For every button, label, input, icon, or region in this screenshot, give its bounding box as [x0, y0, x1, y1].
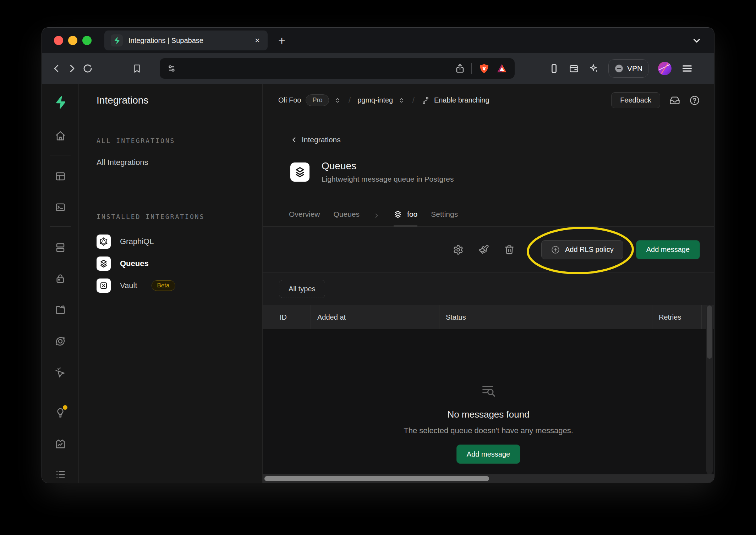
browser-tab-strip: Integrations | Supabase × +: [42, 28, 714, 53]
advisors-notification-dot: [63, 405, 67, 410]
browser-toolbar: VPN: [42, 53, 714, 84]
tab-overview[interactable]: Overview: [289, 210, 320, 226]
logs-list-icon[interactable]: [55, 469, 66, 480]
enable-branching-button[interactable]: Enable branching: [421, 96, 489, 105]
integration-label: Vault: [120, 281, 137, 290]
add-message-button[interactable]: Add message: [636, 240, 700, 259]
sidebar-item-vault[interactable]: Vault Beta: [97, 276, 245, 295]
supabase-logo-icon[interactable]: [54, 95, 67, 109]
back-to-integrations-link[interactable]: Integrations: [290, 136, 714, 144]
tab-queues[interactable]: Queues: [334, 210, 360, 226]
settings-gear-icon[interactable]: [453, 244, 464, 255]
edge-functions-icon[interactable]: [55, 336, 66, 347]
vpn-button[interactable]: VPN: [608, 59, 648, 78]
sql-editor-icon[interactable]: [55, 202, 66, 213]
back-link-label: Integrations: [302, 136, 341, 144]
empty-state-subtitle: The selected queue doesn't have any mess…: [404, 426, 573, 435]
integration-label: Queues: [120, 259, 149, 268]
project-name[interactable]: pgmq-integ: [357, 96, 393, 104]
reports-chart-icon[interactable]: [55, 438, 66, 449]
auth-lock-icon[interactable]: [55, 273, 66, 284]
plan-badge: Pro: [306, 94, 329, 106]
bookmark-icon[interactable]: [132, 64, 142, 73]
table-header: ID Added at Status Retries: [263, 305, 714, 330]
realtime-cursor-icon[interactable]: [55, 366, 66, 378]
share-icon[interactable]: [455, 64, 465, 73]
close-window-button[interactable]: [54, 36, 63, 45]
maximize-window-button[interactable]: [82, 36, 92, 45]
tab-close-icon[interactable]: ×: [253, 35, 261, 46]
back-icon[interactable]: [51, 63, 62, 74]
tab-foo[interactable]: foo: [394, 210, 417, 226]
advisors-lightbulb-icon[interactable]: [55, 407, 66, 418]
database-icon[interactable]: [55, 242, 66, 253]
brave-rewards-icon[interactable]: [496, 63, 508, 74]
vertical-scrollbar-thumb[interactable]: [707, 305, 712, 359]
queues-icon-large: [290, 162, 309, 182]
queues-content: Integrations Queues Lightweight message …: [263, 117, 714, 483]
integrations-panel-header: Integrations: [79, 84, 262, 117]
queues-icon: [97, 257, 111, 271]
sidebar-item-graphiql[interactable]: GraphiQL: [97, 232, 245, 251]
help-icon[interactable]: [689, 95, 700, 106]
sidebar-item-queues[interactable]: Queues: [97, 254, 245, 273]
rail-divider: [50, 226, 71, 227]
project-header: Oli Foo Pro / pgmq-integ / Enable branch…: [263, 84, 714, 117]
org-switcher-icon[interactable]: [334, 96, 341, 104]
column-header-retries[interactable]: Retries: [652, 305, 702, 329]
empty-add-message-button[interactable]: Add message: [456, 445, 520, 464]
tab-title: Integrations | Supabase: [128, 37, 248, 45]
vertical-scrollbar[interactable]: [706, 305, 713, 474]
storage-icon[interactable]: [55, 304, 66, 315]
feedback-button[interactable]: Feedback: [611, 92, 660, 108]
tab-search-chevron-icon[interactable]: [691, 35, 702, 46]
all-types-filter-button[interactable]: All types: [279, 280, 325, 298]
plus-circle-icon: [551, 245, 560, 254]
table-editor-icon[interactable]: [55, 171, 66, 182]
minimize-window-button[interactable]: [68, 36, 77, 45]
horizontal-scrollbar[interactable]: [263, 474, 714, 483]
forward-icon[interactable]: [67, 63, 77, 74]
tab-settings[interactable]: Settings: [431, 210, 458, 226]
page-title: Queues: [322, 160, 454, 172]
supabase-studio: Integrations ALL INTEGRATIONS All Integr…: [42, 84, 714, 483]
column-header-status[interactable]: Status: [439, 305, 652, 329]
browser-tab[interactable]: Integrations | Supabase ×: [104, 31, 268, 50]
site-settings-icon[interactable]: [167, 64, 177, 73]
column-header-id[interactable]: ID: [263, 305, 311, 329]
filter-row: All types: [263, 273, 714, 305]
queue-toolbar: Add RLS policy Add message: [263, 227, 714, 273]
column-header-added-at[interactable]: Added at: [311, 305, 439, 329]
delete-trash-icon[interactable]: [504, 244, 515, 255]
new-tab-button[interactable]: +: [278, 34, 285, 48]
toolbar-right: VPN: [549, 59, 693, 78]
beta-badge: Beta: [152, 280, 175, 291]
breadcrumb: Oli Foo Pro / pgmq-integ / Enable branch…: [278, 94, 489, 106]
purge-brush-icon[interactable]: [478, 244, 489, 255]
header-right: Feedback: [611, 92, 700, 108]
sidebar-item-all-integrations[interactable]: All Integrations: [97, 158, 245, 167]
add-rls-policy-button[interactable]: Add RLS policy: [541, 240, 623, 259]
reload-icon[interactable]: [82, 63, 93, 74]
menu-icon[interactable]: [681, 62, 693, 75]
project-switcher-icon[interactable]: [398, 96, 405, 104]
queues-title-block: Queues Lightweight message queue in Post…: [290, 160, 714, 183]
inbox-icon[interactable]: [669, 95, 680, 106]
home-icon[interactable]: [55, 130, 66, 142]
integrations-panel: Integrations ALL INTEGRATIONS All Integr…: [79, 84, 263, 483]
graphiql-icon: [97, 235, 111, 249]
main-area: Oli Foo Pro / pgmq-integ / Enable branch…: [263, 84, 714, 483]
sidebar-toggle-icon[interactable]: [549, 63, 559, 74]
horizontal-scrollbar-thumb[interactable]: [264, 476, 489, 481]
url-bar[interactable]: [160, 58, 515, 79]
section-all-integrations: ALL INTEGRATIONS: [97, 137, 245, 144]
leo-ai-sparkle-icon[interactable]: [588, 63, 599, 74]
queues-tabs: Overview Queues foo Settings: [263, 205, 714, 227]
profile-avatar[interactable]: [658, 61, 672, 76]
installed-integrations-list: GraphiQL Queues Vault Beta: [97, 232, 245, 295]
toolbar-divider: [531, 240, 531, 260]
wallet-icon[interactable]: [569, 63, 579, 74]
tab-foo-label: foo: [407, 210, 417, 219]
brave-shields-icon[interactable]: [478, 63, 490, 74]
org-name[interactable]: Oli Foo: [278, 96, 301, 104]
